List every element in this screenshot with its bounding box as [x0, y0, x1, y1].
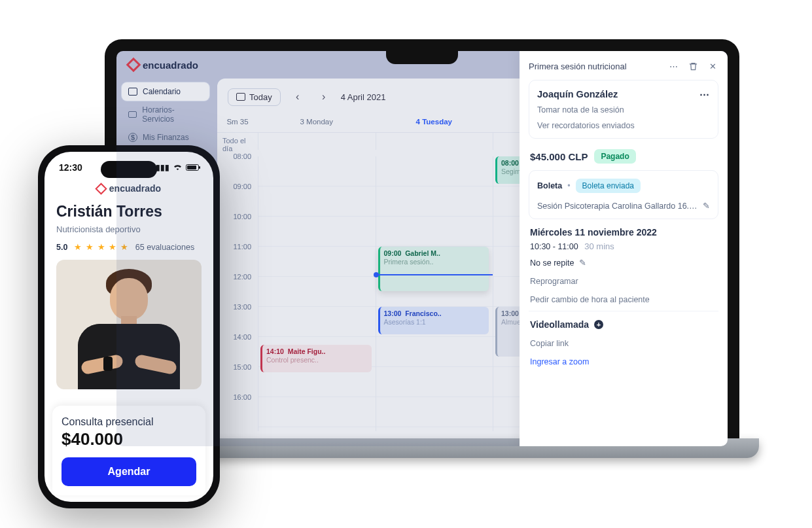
prev-week-button[interactable]: ‹: [289, 88, 307, 106]
patient-more-icon[interactable]: ⋯: [698, 88, 710, 100]
offer-title: Consulta presencial: [62, 416, 196, 428]
cellular-icon: ▮▮▮: [156, 163, 169, 172]
phone-screen: 12:30 ▮▮▮ encuadrado Cristián Torres Nut…: [44, 152, 213, 502]
brand-logo-icon: [95, 183, 107, 194]
edit-boleta-icon[interactable]: ✎: [703, 201, 710, 211]
calendar-icon: [128, 88, 137, 96]
hour-label: 11:00: [217, 243, 258, 273]
calendar-event[interactable]: 14:10 Maite Figu..Control presenc..: [260, 345, 372, 372]
calendar-event[interactable]: 13:00 Francisco..Asesorías 1:1: [378, 307, 489, 334]
brand-logo-icon: [126, 58, 141, 73]
patient-card: Joaquín González ⋯ Tomar nota de la sesi…: [529, 80, 718, 139]
hour-label: 15:00: [217, 363, 258, 393]
paid-badge: Pagado: [594, 149, 635, 164]
patient-name: Joaquín González: [537, 89, 618, 99]
phone-brand: encuadrado: [56, 179, 202, 203]
today-button[interactable]: Today: [228, 88, 281, 106]
battery-icon: [186, 164, 199, 171]
boleta-card: Boleta • Boleta enviada Sesión Psicotera…: [529, 170, 718, 219]
close-icon[interactable]: ✕: [707, 60, 718, 72]
video-block: Videollamada + Copiar link Ingresar a zo…: [529, 318, 718, 366]
boleta-description: Sesión Psicoterapia Carolina Gallardo 16…: [537, 202, 699, 211]
sidebar-item-label: Mis Finanzas: [143, 133, 189, 142]
sidebar-item-calendario[interactable]: Calendario: [122, 82, 209, 101]
date-block: Miércoles 11 noviembre 2022 10:30 - 11:0…: [529, 227, 718, 311]
day-header[interactable]: 4 Tuesday: [376, 115, 493, 128]
today-button-label: Today: [249, 92, 272, 102]
week-number-label: Sm 35: [217, 115, 258, 128]
session-title: Primera sesión nutricional: [529, 62, 627, 71]
hour-label: 08:00: [217, 152, 258, 183]
rating-value: 5.0: [56, 243, 67, 252]
dollar-icon: [128, 133, 137, 142]
session-time: 10:30 - 11:00: [530, 242, 578, 251]
session-price: $45.000 CLP: [530, 151, 588, 162]
current-date-label: 4 April 2021: [341, 92, 386, 102]
phone-frame: 12:30 ▮▮▮ encuadrado Cristián Torres Nut…: [38, 145, 220, 508]
hour-label: 13:00: [217, 303, 258, 333]
session-date: Miércoles 11 noviembre 2022: [530, 227, 717, 241]
hour-label: 10:00: [217, 213, 258, 243]
session-duration: 30 mins: [584, 241, 614, 251]
rating-row: 5.0 ★ ★ ★ ★ ★ 65 evaluaciones: [56, 242, 202, 260]
brand-name: encuadrado: [109, 183, 161, 194]
sidebar-item-label: Calendario: [143, 87, 181, 96]
repeat-label: No se repite: [530, 258, 574, 268]
agendar-button[interactable]: Agendar: [62, 457, 196, 486]
evaluations-count: 65 evaluaciones: [135, 243, 194, 252]
professional-name: Cristián Torres: [56, 203, 202, 220]
next-week-button[interactable]: ›: [315, 88, 333, 106]
wifi-icon: [173, 163, 183, 172]
briefcase-icon: [128, 111, 137, 118]
request-change-link[interactable]: Pedir cambio de hora al paciente: [530, 286, 717, 304]
offer-card: Consulta presencial $40.000 Agendar: [52, 406, 205, 495]
day-column[interactable]: 09:00 Gabriel M..Primera sesión..13:00 F…: [376, 156, 493, 431]
hour-label: 16:00: [217, 393, 258, 423]
dynamic-island: [101, 161, 157, 178]
session-detail-panel: Primera sesión nutricional ⋯ ✕ Joaquín G…: [520, 51, 728, 446]
view-reminders-link[interactable]: Ver recordatorios enviados: [537, 114, 710, 130]
boleta-label: Boleta: [537, 181, 562, 190]
hour-label: 09:00: [217, 183, 258, 213]
take-note-link[interactable]: Tomar nota de la sesión: [537, 100, 710, 114]
stars-icon: ★ ★ ★ ★ ★: [74, 242, 128, 252]
hour-label: 14:00: [217, 333, 258, 363]
sidebar-item-finanzas[interactable]: Mis Finanzas: [122, 128, 209, 147]
reprogram-link[interactable]: Reprogramar: [530, 268, 717, 286]
day-header[interactable]: 3 Monday: [258, 115, 376, 128]
calendar-icon: [236, 93, 245, 101]
copy-link[interactable]: Copiar link: [530, 330, 717, 348]
status-clock: 12:30: [59, 162, 82, 173]
time-axis: 08:0009:0010:0011:0012:0013:0014:0015:00…: [217, 156, 258, 431]
current-time-indicator: [376, 274, 493, 275]
professional-photo: [56, 260, 202, 389]
hour-label: 12:00: [217, 273, 258, 303]
sidebar-item-label: Horarios-Servicios: [142, 105, 203, 124]
delete-icon[interactable]: [687, 60, 699, 72]
sidebar-item-horarios[interactable]: Horarios-Servicios: [122, 101, 209, 128]
calendar-event[interactable]: 09:00 Gabriel M..Primera sesión..: [378, 247, 489, 291]
join-zoom-link[interactable]: Ingresar a zoom: [530, 348, 717, 366]
add-video-icon[interactable]: +: [594, 320, 603, 329]
edit-repeat-icon[interactable]: ✎: [579, 258, 586, 268]
boleta-status-badge: Boleta enviada: [576, 179, 641, 193]
offer-price: $40.000: [62, 428, 196, 457]
more-options-icon[interactable]: ⋯: [667, 60, 679, 72]
laptop-notch: [386, 51, 458, 64]
day-column[interactable]: 14:10 Maite Figu..Control presenc..: [258, 156, 376, 431]
brand-name: encuadrado: [143, 60, 198, 71]
professional-role: Nutricionista deportivo: [56, 220, 202, 242]
price-row: $45.000 CLP Pagado: [529, 145, 718, 170]
video-heading: Videollamada: [530, 319, 589, 330]
